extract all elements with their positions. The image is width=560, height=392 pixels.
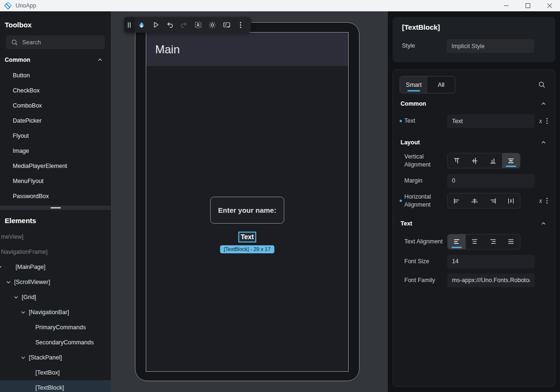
vertical-alignment-group xyxy=(447,153,520,168)
text-property-input[interactable] xyxy=(447,114,535,128)
designed-textbox[interactable]: Enter your name: xyxy=(210,197,284,224)
valign-center-icon[interactable] xyxy=(466,153,484,168)
undo-button[interactable] xyxy=(163,17,177,33)
property-editor-card: Smart All Common Text x xyxy=(393,69,555,387)
elements-tree: meView] NavigationFrame] [MainPage] [Scr… xyxy=(0,229,111,392)
panel-settings-check-icon[interactable] xyxy=(219,17,234,33)
valign-bottom-icon[interactable] xyxy=(484,153,502,168)
valign-top-icon[interactable] xyxy=(448,153,466,168)
tree-item-stackpanel[interactable]: [StackPanel] xyxy=(0,350,111,365)
designed-textblock-selected[interactable]: Text xyxy=(238,232,256,242)
font-family-label: Font Family xyxy=(400,276,447,284)
toolbox-item-datepicker[interactable]: DatePicker xyxy=(0,113,111,128)
selection-size-badge: [TextBlock] - 29 x 17 xyxy=(220,245,274,253)
section-common[interactable]: Common xyxy=(400,94,548,109)
halign-left-icon[interactable] xyxy=(448,193,466,208)
chevron-up-icon xyxy=(541,140,546,145)
tab-smart[interactable]: Smart xyxy=(400,76,427,93)
uno-logo-icon xyxy=(4,2,12,9)
margin-label: Margin xyxy=(400,177,447,185)
panel-splitter[interactable] xyxy=(0,206,111,210)
toolbox-item-combobox[interactable]: ComboBox xyxy=(0,98,111,113)
text-align-left-icon[interactable] xyxy=(448,234,466,249)
navigation-bar[interactable]: Main xyxy=(146,33,348,66)
tree-item-primarycommands[interactable]: PrimaryCommands xyxy=(0,320,111,335)
property-row-text: Text x xyxy=(400,114,548,128)
toolbox-item-mediaplayerelement[interactable]: MediaPlayerElement xyxy=(0,158,111,174)
toolbar-drag-handle-icon[interactable] xyxy=(124,17,134,33)
chevron-down-icon[interactable] xyxy=(6,279,11,285)
property-options-kebab-icon[interactable] xyxy=(546,118,548,124)
textbox-placeholder-text: Enter your name: xyxy=(218,206,276,214)
tree-item-grid[interactable]: [Grid] xyxy=(0,290,111,305)
minimize-button[interactable] xyxy=(503,3,509,8)
tree-item-mainpage[interactable]: [MainPage] xyxy=(0,259,111,275)
property-search-icon[interactable] xyxy=(538,81,548,88)
property-options-kebab-icon[interactable] xyxy=(546,198,548,204)
modified-dot-icon xyxy=(400,120,402,122)
modified-dot-icon xyxy=(400,200,402,202)
toolbox-item-checkbox[interactable]: CheckBox xyxy=(0,83,111,98)
margin-input[interactable] xyxy=(447,174,535,188)
window-titlebar: UnoApp xyxy=(0,0,560,11)
tree-item-navigationframe[interactable]: NavigationFrame] xyxy=(0,244,111,259)
selected-element-title: [TextBlock] xyxy=(402,23,546,31)
hot-design-flame-icon[interactable] xyxy=(134,17,149,33)
left-sidebar: Toolbox Common Button CheckBox ComboBox … xyxy=(0,11,111,392)
tree-item-textblock[interactable]: [TextBlock] xyxy=(0,380,111,392)
halign-right-icon[interactable] xyxy=(484,193,502,208)
window-title: UnoApp xyxy=(16,2,36,9)
tree-item-textbox[interactable]: [TextBox] xyxy=(0,365,111,380)
design-canvas[interactable]: Main Enter your name: Text [TextBlock] -… xyxy=(111,11,388,392)
search-icon xyxy=(11,39,18,46)
toolbox-item-menuflyout[interactable]: MenuFlyout xyxy=(0,174,111,189)
theme-toggle-sun-icon[interactable] xyxy=(205,17,219,33)
maximize-button[interactable] xyxy=(525,3,531,8)
section-text[interactable]: Text xyxy=(400,214,548,229)
valign-stretch-icon[interactable] xyxy=(502,153,520,168)
toolbox-search-input[interactable] xyxy=(22,39,100,46)
chevron-down-icon[interactable] xyxy=(13,294,19,300)
tab-all[interactable]: All xyxy=(427,76,455,93)
page-content: Enter your name: Text [TextBlock] - 29 x… xyxy=(146,66,348,371)
text-align-right-icon[interactable] xyxy=(484,234,502,249)
toolbox-search[interactable] xyxy=(6,35,105,49)
text-align-center-icon[interactable] xyxy=(466,234,484,249)
chevron-down-icon[interactable] xyxy=(20,309,26,315)
element-picker-icon[interactable] xyxy=(191,17,205,33)
tree-item-secondarycommands[interactable]: SecondaryCommands xyxy=(0,335,111,350)
toolbox-section-common[interactable]: Common xyxy=(0,49,111,68)
elements-title: Elements xyxy=(0,210,111,229)
tree-item-scrollviewer[interactable]: [ScrollViewer] xyxy=(0,275,111,290)
play-button[interactable] xyxy=(149,17,163,33)
font-size-input[interactable] xyxy=(447,255,535,268)
halign-center-icon[interactable] xyxy=(466,193,484,208)
close-button[interactable] xyxy=(547,3,552,8)
more-options-kebab-icon[interactable] xyxy=(234,17,248,33)
properties-panel: [TextBlock] Style Smart All Common xyxy=(388,11,560,392)
toolbox-item-passwordbox[interactable]: PasswordBox xyxy=(0,189,111,204)
property-row-text-alignment: Text Alignment xyxy=(400,234,548,250)
text-alignment-label: Text Alignment xyxy=(400,238,447,246)
text-align-justify-icon[interactable] xyxy=(502,234,520,249)
chevron-up-icon xyxy=(541,101,546,107)
toolbox-item-button[interactable]: Button xyxy=(0,68,111,83)
tree-item-navigationbar[interactable]: [NavigationBar] xyxy=(0,305,111,320)
property-row-margin: Margin xyxy=(400,174,548,188)
chevron-up-icon xyxy=(541,221,546,226)
page-title: Main xyxy=(155,43,180,56)
markup-binding-icon[interactable]: x xyxy=(539,117,542,125)
section-layout[interactable]: Layout xyxy=(400,133,548,148)
property-row-font-family: Font Family xyxy=(400,274,548,287)
font-family-input[interactable] xyxy=(447,274,535,287)
horizontal-alignment-label: Horizontal Alignment xyxy=(400,193,447,209)
style-input[interactable] xyxy=(447,39,534,53)
markup-binding-icon[interactable]: x xyxy=(539,197,542,205)
redo-button[interactable] xyxy=(177,17,191,33)
toolbox-item-image[interactable]: Image xyxy=(0,143,111,158)
chevron-down-icon[interactable] xyxy=(0,264,2,270)
toolbox-item-flyout[interactable]: Flyout xyxy=(0,128,111,143)
chevron-down-icon[interactable] xyxy=(20,355,26,360)
halign-stretch-icon[interactable] xyxy=(502,193,520,208)
tree-item-frameview[interactable]: meView] xyxy=(0,229,111,244)
